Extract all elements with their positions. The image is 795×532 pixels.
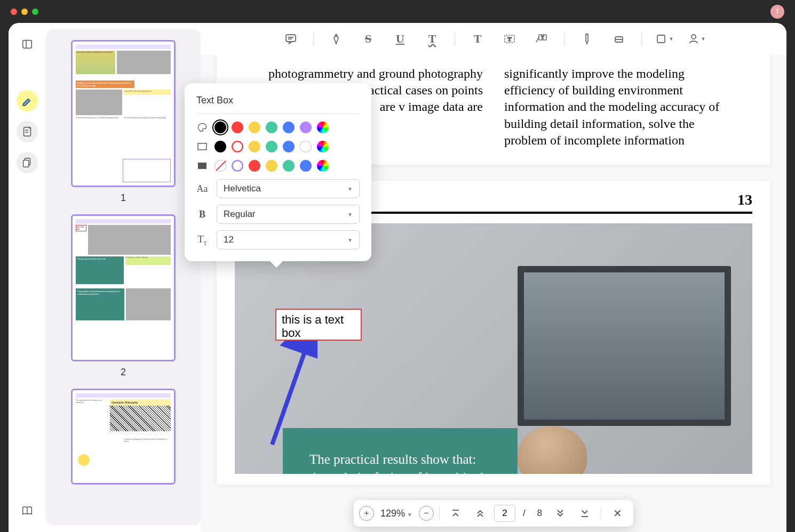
border-color-red[interactable] [232,141,243,152]
font-family-icon: Aa [196,183,208,195]
zoom-level-dropdown[interactable]: 129%▼ [377,508,416,519]
svg-point-19 [691,35,696,39]
toolbar-separator [313,32,314,46]
squiggly-tool-button[interactable]: T [423,29,442,49]
border-color-yellow[interactable] [249,141,260,152]
underline-tool-button[interactable]: U [391,29,410,49]
text-tool-button[interactable]: T [468,29,487,49]
popover-divider [196,114,360,114]
thumb2-title: Preservation and inheritance of architec… [76,288,124,320]
text-color-yellow[interactable] [249,122,260,133]
font-weight-value: Regular [224,209,256,220]
reading-mode-button[interactable] [17,500,38,521]
fill-icon [196,162,208,170]
strikethrough-icon: S [365,32,371,46]
svg-text:T: T [507,36,512,42]
close-footer-button[interactable]: ✕ [607,503,628,524]
last-page-button[interactable] [574,503,595,524]
svg-rect-18 [657,35,665,43]
page-thumbnail-3[interactable]: The special point of the image can be ex… [71,389,176,485]
person-icon [687,33,700,45]
textbox-tool-button[interactable]: T [500,29,519,49]
border-icon [196,143,208,150]
shape-tool-button[interactable]: ▼ [655,29,674,49]
text-color-green[interactable] [266,122,277,133]
comment-tool-button[interactable] [281,29,300,49]
border-color-white[interactable] [300,141,312,152]
fullscreen-window-button[interactable] [32,9,38,15]
fill-color-row [196,160,360,172]
textbox-annotation[interactable]: this is a text box [275,309,362,341]
prev-page-button[interactable] [470,503,491,524]
page-thumbnail-1[interactable]: constructed, multi-view image data are c… [71,40,176,187]
strikethrough-tool-button[interactable]: S [359,29,378,49]
font-weight-icon: B [196,209,208,220]
page-number: 13 [737,191,752,208]
total-pages: 8 [533,508,546,519]
border-color-custom[interactable] [317,141,329,152]
stamp-tool-button[interactable]: ▼ [687,29,706,49]
eraser-icon [613,33,625,45]
text-color-blue[interactable] [283,122,295,133]
chevron-double-up-bar-icon [451,509,460,518]
border-color-black[interactable] [214,141,226,152]
minimize-window-button[interactable] [21,9,28,15]
minus-icon: − [424,509,428,518]
eraser-tool-button[interactable] [609,29,629,49]
first-page-button[interactable] [445,503,466,524]
svg-rect-23 [198,143,206,150]
marker-icon [581,33,593,45]
titlebar: T [0,0,795,23]
callout-tool-button[interactable]: T [532,29,551,49]
text-color-purple[interactable] [300,122,312,133]
svg-rect-8 [286,35,296,42]
close-window-button[interactable] [11,9,17,15]
text-color-custom[interactable] [317,122,329,133]
left-vertical-toolbar [9,23,46,532]
font-weight-dropdown[interactable]: Regular▼ [217,205,360,224]
marker-tool-button[interactable] [577,29,597,49]
fill-color-red[interactable] [249,160,260,172]
fill-color-purple[interactable] [232,160,243,172]
text-color-red[interactable] [232,122,243,133]
chevron-down-icon: ▼ [669,36,674,42]
highlighter-tool-button[interactable] [17,90,38,111]
font-family-dropdown[interactable]: Helvetica▼ [217,179,360,198]
zoom-out-button[interactable]: − [419,506,434,521]
fill-color-yellow[interactable] [266,160,277,172]
current-page-input[interactable] [494,505,515,522]
border-color-green[interactable] [266,141,277,152]
svg-text:T: T [541,35,544,40]
fill-color-custom[interactable] [317,160,329,172]
font-weight-row: B Regular▼ [196,205,360,224]
toolbar-separator [641,32,642,46]
fill-color-none[interactable] [214,160,226,172]
avatar[interactable]: T [770,5,784,19]
note-tool-button[interactable] [17,121,38,142]
text-color-row [196,122,360,133]
fill-color-green[interactable] [283,160,295,172]
pen-tool-button[interactable] [327,29,346,49]
font-size-dropdown[interactable]: 12▼ [217,230,360,249]
fill-color-blue[interactable] [300,160,312,172]
border-color-blue[interactable] [283,141,295,152]
toolbar-separator [455,32,455,46]
footer-separator [439,507,440,520]
thumbnail-1-number: 1 [121,192,126,204]
text-color-black[interactable] [214,122,226,133]
copy-tool-button[interactable] [17,152,38,173]
zoom-in-button[interactable]: + [359,506,374,521]
sidebar-icon [21,38,33,50]
next-page-button[interactable] [550,503,571,524]
page-separator: / [519,508,530,519]
page-thumbnail-2[interactable]: it is a text box The practical results s… [71,214,176,361]
comment-icon [284,33,297,45]
text-icon: T [474,32,482,46]
chevron-double-down-icon [555,509,565,518]
chevron-down-icon: ▼ [701,36,706,42]
border-color-row [196,141,360,152]
svg-rect-24 [198,163,206,169]
chevron-down-icon: ▼ [407,512,412,518]
font-size-icon: TT [196,234,208,246]
sidebar-toggle-button[interactable] [17,34,38,55]
